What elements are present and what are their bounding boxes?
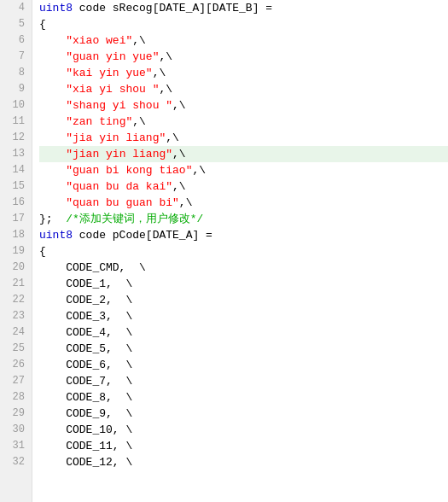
code-line-22: CODE_2, \ bbox=[39, 292, 448, 308]
line-number-12: 12 bbox=[3, 130, 28, 146]
code-segment bbox=[39, 97, 66, 114]
code-line-23: CODE_3, \ bbox=[39, 308, 448, 324]
line-number-4: 4 bbox=[3, 0, 28, 16]
line-number-16: 16 bbox=[3, 195, 28, 211]
code-segment: uint8 bbox=[39, 227, 73, 243]
code-segment: "zan ting" bbox=[66, 114, 132, 130]
code-segment: { bbox=[39, 16, 46, 32]
code-segment: CODE_11, \ bbox=[39, 438, 132, 454]
line-number-13: 13 bbox=[3, 146, 28, 162]
code-segment: CODE_CMD, \ bbox=[39, 260, 146, 276]
code-segment: ,\ bbox=[159, 81, 172, 97]
line-number-6: 6 bbox=[3, 32, 28, 49]
line-number-25: 25 bbox=[3, 341, 28, 357]
code-segment: "jian yin liang" bbox=[66, 146, 172, 162]
line-number-23: 23 bbox=[3, 308, 28, 324]
line-number-26: 26 bbox=[3, 357, 28, 373]
code-line-11: "zan ting",\ bbox=[39, 114, 448, 130]
code-line-15: "quan bu da kai",\ bbox=[39, 178, 448, 195]
code-line-12: "jia yin liang",\ bbox=[39, 130, 448, 146]
code-line-29: CODE_9, \ bbox=[39, 406, 448, 422]
line-number-11: 11 bbox=[3, 114, 28, 130]
code-segment bbox=[39, 146, 66, 162]
code-segment: uint8 bbox=[39, 0, 73, 16]
code-segment bbox=[39, 114, 66, 130]
code-segment: ,\ bbox=[172, 178, 186, 195]
code-segment: CODE_2, \ bbox=[39, 292, 132, 308]
code-line-14: "guan bi kong tiao",\ bbox=[39, 162, 448, 178]
code-segment: ,\ bbox=[179, 195, 193, 211]
line-number-19: 19 bbox=[3, 243, 28, 260]
code-segment bbox=[39, 195, 66, 211]
code-line-20: CODE_CMD, \ bbox=[39, 260, 448, 276]
code-segment: CODE_1, \ bbox=[39, 276, 132, 292]
line-number-20: 20 bbox=[3, 260, 28, 276]
code-editor: 4567891011121314151617181920212223242526… bbox=[0, 0, 448, 502]
code-line-7: "guan yin yue",\ bbox=[39, 49, 448, 65]
line-number-22: 22 bbox=[3, 292, 28, 308]
code-segment: CODE_9, \ bbox=[39, 406, 132, 422]
line-number-17: 17 bbox=[3, 211, 28, 227]
code-segment: CODE_6, \ bbox=[39, 357, 132, 373]
code-line-8: "kai yin yue",\ bbox=[39, 65, 448, 81]
code-line-17: }; /*添加关键词，用户修改*/ bbox=[39, 211, 448, 227]
code-segment: CODE_8, \ bbox=[39, 389, 132, 406]
code-segment bbox=[39, 49, 66, 65]
code-line-10: "shang yi shou ",\ bbox=[39, 97, 448, 114]
line-number-31: 31 bbox=[3, 438, 28, 454]
code-segment: code sRecog[DATE_A][DATE_B] = bbox=[73, 0, 272, 16]
code-segment: ,\ bbox=[153, 65, 166, 81]
code-segment: }; bbox=[39, 211, 66, 227]
code-segment: CODE_12, \ bbox=[39, 454, 132, 470]
code-line-30: CODE_10, \ bbox=[39, 422, 448, 438]
line-number-21: 21 bbox=[3, 276, 28, 292]
code-segment: "kai yin yue" bbox=[66, 65, 152, 81]
code-line-5: { bbox=[39, 16, 448, 32]
line-number-24: 24 bbox=[3, 324, 28, 341]
code-line-24: CODE_4, \ bbox=[39, 324, 448, 341]
code-content[interactable]: uint8 code sRecog[DATE_A][DATE_B] ={ "xi… bbox=[32, 0, 448, 502]
code-segment bbox=[39, 81, 66, 97]
code-segment: CODE_4, \ bbox=[39, 324, 132, 341]
line-number-14: 14 bbox=[3, 162, 28, 178]
line-number-10: 10 bbox=[3, 97, 28, 114]
code-segment: ,\ bbox=[192, 162, 206, 178]
code-segment: "quan bu da kai" bbox=[66, 178, 172, 195]
code-line-31: CODE_11, \ bbox=[39, 438, 448, 454]
line-number-29: 29 bbox=[3, 406, 28, 422]
line-numbers: 4567891011121314151617181920212223242526… bbox=[0, 0, 32, 502]
code-line-6: "xiao wei",\ bbox=[39, 32, 448, 49]
line-number-27: 27 bbox=[3, 373, 28, 389]
line-number-30: 30 bbox=[3, 422, 28, 438]
code-segment: CODE_3, \ bbox=[39, 308, 132, 324]
code-line-21: CODE_1, \ bbox=[39, 276, 448, 292]
line-number-8: 8 bbox=[3, 65, 28, 81]
code-segment: ,\ bbox=[132, 114, 146, 130]
code-segment: "shang yi shou " bbox=[66, 97, 172, 114]
line-number-7: 7 bbox=[3, 49, 28, 65]
code-segment: "xiao wei" bbox=[66, 32, 132, 49]
code-line-18: uint8 code pCode[DATE_A] = bbox=[39, 227, 448, 243]
code-segment: "guan yin yue" bbox=[66, 49, 159, 65]
code-line-27: CODE_7, \ bbox=[39, 373, 448, 389]
code-segment: "jia yin liang" bbox=[66, 130, 166, 146]
line-number-28: 28 bbox=[3, 389, 28, 406]
code-segment: ,\ bbox=[172, 146, 186, 162]
code-segment bbox=[39, 178, 66, 195]
code-line-16: "quan bu guan bi",\ bbox=[39, 195, 448, 211]
code-line-4: uint8 code sRecog[DATE_A][DATE_B] = bbox=[39, 0, 448, 16]
code-segment: { bbox=[39, 243, 46, 260]
code-line-28: CODE_8, \ bbox=[39, 389, 448, 406]
code-segment: "guan bi kong tiao" bbox=[66, 162, 192, 178]
line-number-9: 9 bbox=[3, 81, 28, 97]
code-segment: ,\ bbox=[132, 32, 146, 49]
code-segment: "quan bu guan bi" bbox=[66, 195, 179, 211]
code-segment: "xia yi shou " bbox=[66, 81, 159, 97]
code-segment: code pCode[DATE_A] = bbox=[73, 227, 212, 243]
code-line-9: "xia yi shou ",\ bbox=[39, 81, 448, 97]
code-segment: ,\ bbox=[172, 97, 186, 114]
line-number-5: 5 bbox=[3, 16, 28, 32]
line-number-15: 15 bbox=[3, 178, 28, 195]
code-line-32: CODE_12, \ bbox=[39, 454, 448, 470]
code-line-26: CODE_6, \ bbox=[39, 357, 448, 373]
